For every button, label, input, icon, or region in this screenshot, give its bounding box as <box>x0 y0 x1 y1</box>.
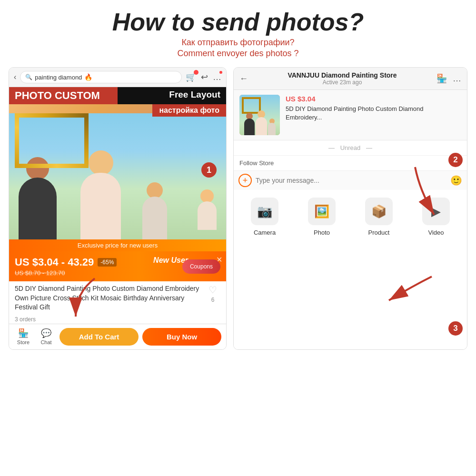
step-badge-1: 1 <box>201 162 217 178</box>
video-action[interactable]: ▶ Video <box>410 198 462 342</box>
price-section: US $3.04 - 43.29 -65% US $8.70 - 123.70 … <box>9 251 226 281</box>
top-bar-icons: 🛒 ↩ … <box>186 72 221 82</box>
product-bottom: 5D DIY Diamond Painting Photo Custom Dia… <box>9 281 226 315</box>
store-top-bar: ← VANNJUU Diamond Painting Store Active … <box>234 68 467 90</box>
main-title: How to send photos? <box>112 9 364 36</box>
left-panel: ‹ 🔍 painting diamond 🔥 🛒 ↩ … <box>9 67 227 350</box>
share-icon[interactable]: ↩ <box>201 72 208 82</box>
photo-action[interactable]: 🖼️ Photo <box>296 198 348 342</box>
search-text: painting diamond <box>35 74 82 81</box>
camera-icon-box: 📷 <box>251 198 278 225</box>
coupon-button[interactable]: Coupons <box>182 259 220 274</box>
storefront-icon[interactable]: 🏪 <box>436 73 447 84</box>
chat-label: Chat <box>40 339 51 345</box>
store-icons: 🏪 … <box>436 73 461 84</box>
chat-product-card: US $3.04 5D DIY Diamond Painting Photo C… <box>234 90 467 140</box>
unread-label: — Unread — <box>234 140 467 156</box>
right-panel-wrapper: ← VANNJUU Diamond Painting Store Active … <box>233 67 467 350</box>
gold-frame <box>15 113 89 168</box>
step-badge-2: 2 <box>448 153 463 167</box>
photo-custom-label: PHOTO CUSTOM <box>9 87 118 104</box>
chat-nav-item[interactable]: 💬 Chat <box>37 328 56 345</box>
discount-badge: -65% <box>98 258 117 267</box>
more-options-icon[interactable]: … <box>453 74 461 84</box>
free-layout-label: Free Layout <box>118 87 226 104</box>
chat-img-family <box>239 95 280 135</box>
product-action[interactable]: 📦 Product <box>353 198 405 342</box>
more-icon[interactable]: … <box>213 72 221 82</box>
price-row: US $3.04 - 43.29 -65% <box>15 256 117 268</box>
phone-top-bar: ‹ 🔍 painting diamond 🔥 🛒 ↩ … <box>9 68 226 87</box>
bottom-nav: 🏪 Store 💬 Chat Add To Cart Buy Now <box>9 324 226 349</box>
price-main: US $3.04 - 43.29 <box>15 256 94 268</box>
message-input[interactable] <box>256 177 446 184</box>
search-bar[interactable]: 🔍 painting diamond 🔥 <box>20 71 182 83</box>
product-image-area: PHOTO CUSTOM Free Layout настройка фото … <box>9 87 226 239</box>
chat-product-title: 5D DIY Diamond Painting Photo Custom Dia… <box>286 105 461 122</box>
store-info: VANNJUU Diamond Painting Store Active 23… <box>253 71 432 86</box>
exclusive-bar: Exclusive price for new users <box>9 239 226 251</box>
camera-action[interactable]: 📷 Camera <box>238 198 291 342</box>
follow-store[interactable]: Follow Store <box>234 156 467 170</box>
subtitle-ru: Как отправить фотографии? <box>112 38 364 48</box>
product-orders: 3 orders <box>9 315 226 324</box>
store-active: Active 23m ago <box>253 79 432 86</box>
buy-now-button[interactable]: Buy Now <box>142 328 221 346</box>
heart-icon[interactable]: ♡ <box>208 284 217 296</box>
search-icon: 🔍 <box>25 74 32 80</box>
nastroika-banner: настройка фото <box>152 104 226 117</box>
heart-area: ♡ 6 <box>205 284 220 303</box>
chat-icon: 💬 <box>41 328 51 338</box>
video-icon-box: ▶ <box>422 198 450 225</box>
fire-icon: 🔥 <box>84 73 92 81</box>
chat-price: US $3.04 <box>286 95 461 103</box>
unread-divider-left: — <box>328 144 335 151</box>
add-to-cart-button[interactable]: Add To Cart <box>60 328 139 346</box>
chat-product-details: US $3.04 5D DIY Diamond Painting Photo C… <box>286 95 461 122</box>
photo-icon-box: 🖼️ <box>308 198 336 225</box>
message-input-area: + 🙂 <box>234 170 467 190</box>
unread-divider-right: — <box>366 144 372 151</box>
step-badge-3: 3 <box>448 321 463 336</box>
product-icon-box: 📦 <box>365 198 393 225</box>
emoji-button[interactable]: 🙂 <box>450 175 462 186</box>
plus-button[interactable]: + <box>238 174 252 187</box>
like-count: 6 <box>211 297 215 303</box>
store-label: Store <box>17 339 30 345</box>
right-panel: ← VANNJUU Diamond Painting Store Active … <box>233 67 467 350</box>
product-desc: 5D DIY Diamond Painting Photo Custom Dia… <box>15 284 201 312</box>
store-icon: 🏪 <box>18 328 29 338</box>
chat-product-image <box>239 95 280 135</box>
header: How to send photos? Как отправить фотогр… <box>112 0 364 62</box>
step-badge-3-container: 3 <box>448 321 463 336</box>
page-wrapper: How to send photos? Как отправить фотогр… <box>0 0 476 476</box>
store-name: VANNJUU Diamond Painting Store <box>253 71 432 79</box>
store-nav-item[interactable]: 🏪 Store <box>14 328 33 345</box>
camera-label: Camera <box>254 229 276 236</box>
panels: ‹ 🔍 painting diamond 🔥 🛒 ↩ … <box>0 62 476 350</box>
back-button[interactable]: ‹ <box>14 73 16 81</box>
action-grid: 📷 Camera 🖼️ Photo 📦 Product ▶ Video <box>234 190 467 349</box>
cart-icon[interactable]: 🛒 <box>186 72 196 82</box>
cart-badge <box>194 70 198 75</box>
product-label: Product <box>368 229 390 236</box>
video-label: Video <box>428 229 444 236</box>
subtitle-fr: Comment envoyer des photos ? <box>112 49 364 59</box>
price-old: US $8.70 - 123.70 <box>15 269 117 277</box>
step-badge-2-container: 2 <box>448 153 463 167</box>
photo-label: Photo <box>314 229 330 236</box>
photo-custom-banner: PHOTO CUSTOM Free Layout <box>9 87 226 104</box>
back-arrow-icon[interactable]: ← <box>239 74 248 84</box>
